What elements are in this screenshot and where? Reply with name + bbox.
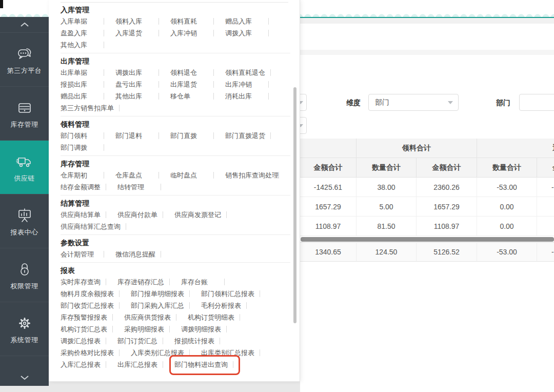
menu-item[interactable]: 库存预警报报表 [61, 313, 112, 322]
menu-item[interactable]: 部门调拨 [61, 143, 104, 152]
menu-section: 参数设置会计期管理微信消息提醒 [61, 235, 290, 263]
menu-item[interactable]: 毛利分析报表 [201, 301, 246, 310]
menu-item[interactable]: 临时盘点 [170, 171, 213, 180]
menu-item[interactable]: 库存台账 [181, 278, 224, 287]
menu-item[interactable]: 盘亏出库 [115, 80, 159, 89]
menu-item[interactable]: 部门退料 [115, 131, 159, 141]
menu-item[interactable]: 入库单据 [61, 17, 104, 26]
menu-item[interactable]: 调拨明细报表 [181, 325, 226, 334]
table-cell: 81.50 [357, 217, 417, 236]
menu-item-divider [106, 184, 106, 190]
menu-item[interactable]: 部门领料汇总报表 [201, 289, 260, 299]
menu-section: 报表实时库存查询库存进销存汇总库存台账物料月度余额报表部门报单明细报表部门领料汇… [61, 263, 290, 373]
menu-item[interactable]: 销售扣库查询处理 [225, 171, 279, 180]
menu-item[interactable]: 库存进销存汇总 [117, 278, 169, 287]
menu-item[interactable]: 调拨入库 [225, 29, 268, 38]
sidebar-item-3[interactable]: 报表中心 [0, 194, 49, 248]
menu-item[interactable]: 移仓单 [170, 92, 213, 101]
menu-item[interactable]: 调拨出库 [115, 68, 159, 77]
menu-item[interactable]: 结转管理 [117, 183, 161, 192]
menu-item[interactable]: 领料直耗 [170, 17, 213, 26]
menu-item[interactable]: 报损出库 [61, 80, 104, 89]
menu-row: 入库汇总报表出库汇总报表部门物料进出查询 [61, 359, 290, 370]
menu-item[interactable]: 入库退货 [115, 29, 159, 38]
sidebar-item-1[interactable]: 库存管理 [0, 87, 49, 141]
menu-item[interactable]: 仓库期初 [61, 171, 104, 180]
menu-item[interactable]: 结存金额调整 [61, 183, 106, 192]
menu-item[interactable]: 供应商结算汇总查询 [61, 222, 126, 231]
menu-item[interactable]: 领料退仓 [170, 68, 213, 77]
menu-item-divider [104, 93, 104, 100]
menu-item[interactable]: 入库类别汇总报表 [131, 348, 189, 358]
menu-item[interactable]: 部门采购入库汇总 [131, 301, 189, 310]
menu-item[interactable]: 物料月度余额报表 [61, 289, 119, 299]
menu-item-divider [159, 30, 159, 36]
vertical-scrollbar[interactable] [293, 87, 296, 323]
highlighted-menu-item-group: 部门物料进出查询 [174, 359, 245, 370]
menu-item[interactable]: 部门领料 [61, 131, 104, 141]
menu-item[interactable]: 实时库存查询 [61, 278, 106, 287]
menu-item-divider [106, 361, 106, 368]
menu-item[interactable]: 部门报单明细报表 [131, 289, 189, 299]
department-input[interactable] [519, 94, 554, 111]
menu-item[interactable]: 部门收货汇总报表 [61, 301, 119, 310]
sidebar-item-0[interactable]: 第三方平台 [0, 33, 49, 87]
menu-section-title: 入库管理 [61, 5, 290, 15]
menu-item[interactable]: 赠品入库 [225, 17, 268, 26]
menu-item[interactable]: 出库冲销 [225, 80, 268, 89]
menu-item[interactable]: 机构订货明细表 [188, 313, 240, 322]
menu-item[interactable]: 部门物料进出查询 [174, 360, 233, 369]
menu-item[interactable]: 入库汇总报表 [61, 360, 106, 369]
menu-item[interactable]: 入库冲销 [170, 29, 213, 38]
table-cell: - [537, 242, 554, 262]
horizontal-scrollbar[interactable] [301, 237, 554, 242]
menu-item[interactable]: 出库单据 [61, 68, 104, 77]
menu-item[interactable]: 出库退货 [170, 80, 213, 89]
menu-item[interactable]: 仓库盘点 [115, 171, 159, 180]
menu-item[interactable]: 消耗出库 [225, 92, 268, 101]
menu-item[interactable]: 部门直拨 [170, 131, 213, 141]
menu-section: 结算管理供应商结算单供应商付款单供应商发票登记供应商结算汇总查询 [61, 195, 290, 235]
sidebar-expand-button[interactable] [0, 371, 49, 384]
menu-item[interactable]: 供应商付款单 [117, 210, 163, 220]
menu-item-divider [161, 251, 161, 258]
menu-item[interactable]: 出库类别汇总报表 [201, 348, 260, 358]
table-cell: 金额合计 [300, 158, 357, 178]
menu-item[interactable]: 采购价格对比报表 [61, 348, 119, 358]
menu-item[interactable]: 盘盈入库 [61, 29, 104, 38]
menu-item[interactable]: 供应商发票登记 [174, 210, 226, 220]
menu-item[interactable]: 报损统计报表 [174, 337, 220, 346]
table-row: -1425.6138.002360.26-53.00- [300, 178, 554, 197]
menu-item-divider [104, 69, 104, 76]
supply-chain-flyout-menu: 入库管理入库单据领料入库领料直耗赠品入库盘盈入库入库退货入库冲销调拨入库其他入库… [49, 0, 300, 382]
sidebar-item-5[interactable]: 系统管理 [0, 302, 49, 356]
menu-item[interactable]: 机构订货汇总表 [61, 325, 112, 334]
menu-item[interactable]: 供应商结算单 [61, 210, 106, 220]
menu-item[interactable]: 供应商供货报表 [124, 313, 176, 322]
menu-item[interactable]: 领料入库 [115, 17, 159, 26]
menu-item-divider [119, 105, 120, 111]
menu-item[interactable]: 领料直耗退仓 [225, 68, 270, 77]
table-cell: - [537, 178, 554, 197]
menu-item[interactable]: 会计期管理 [61, 250, 104, 259]
menu-item[interactable]: 出库汇总报表 [117, 360, 163, 369]
menu-row: 仓库期初仓库盘点临时盘点销售扣库查询处理 [61, 169, 290, 181]
menu-item[interactable]: 微信消息提醒 [115, 250, 161, 259]
table-cell: 2360.26 [417, 178, 477, 197]
menu-item[interactable]: 采购明细报表 [124, 325, 169, 334]
sidebar-collapse-button[interactable] [0, 17, 49, 33]
sidebar-item-4[interactable]: 权限管理 [0, 248, 49, 302]
sidebar-item-2[interactable]: 供应链 [0, 141, 49, 194]
menu-item[interactable]: 部门直拨退货 [225, 131, 270, 141]
menu-section: 领料管理部门领料部门退料部门直拨部门直拨退货部门调拨 [61, 116, 290, 156]
sidebar-item-label: 系统管理 [11, 336, 38, 345]
panel-gray-band [300, 50, 554, 55]
menu-item[interactable]: 部门订货汇总 [117, 337, 163, 346]
menu-item[interactable]: 其他入库 [61, 41, 104, 50]
menu-item[interactable]: 赠品出库 [61, 92, 104, 101]
menu-item[interactable]: 调拨汇总报表 [61, 337, 106, 346]
menu-item[interactable]: 第三方销售扣库单 [61, 104, 119, 113]
menu-item[interactable]: 其他出库 [115, 92, 159, 101]
menu-item-divider [104, 132, 104, 139]
dimension-select[interactable]: 部门 [368, 94, 459, 111]
